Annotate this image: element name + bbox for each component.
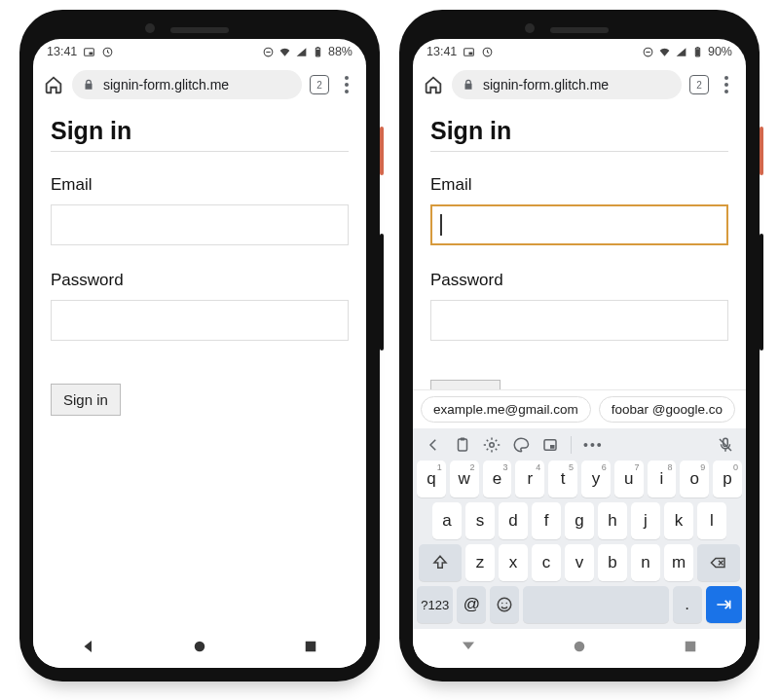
docked-icon[interactable] bbox=[541, 436, 559, 454]
home-icon[interactable] bbox=[423, 74, 444, 95]
key-v[interactable]: v bbox=[565, 544, 594, 581]
backspace-key[interactable] bbox=[697, 544, 740, 581]
key-e[interactable]: e3 bbox=[483, 461, 512, 497]
password-label: Password bbox=[51, 271, 349, 290]
url-bar[interactable]: signin-form.glitch.me bbox=[72, 70, 302, 99]
url-bar[interactable]: signin-form.glitch.me bbox=[452, 70, 682, 99]
status-time: 13:41 bbox=[47, 45, 77, 58]
key-m[interactable]: m bbox=[664, 544, 693, 581]
key-o[interactable]: o9 bbox=[680, 461, 709, 497]
dnd-icon bbox=[642, 46, 654, 58]
home-nav-icon[interactable] bbox=[191, 638, 208, 659]
key-x[interactable]: x bbox=[499, 544, 528, 581]
dnd-icon bbox=[262, 46, 275, 58]
clipboard-icon[interactable] bbox=[454, 436, 471, 454]
front-camera bbox=[145, 23, 155, 33]
home-icon[interactable] bbox=[43, 74, 64, 95]
menu-icon[interactable] bbox=[717, 76, 736, 93]
suggestion-chip[interactable]: example.me@gmail.com bbox=[421, 396, 591, 423]
status-bar: 13:41 88% bbox=[33, 39, 366, 64]
key-a[interactable]: a bbox=[432, 502, 462, 539]
key-n[interactable]: n bbox=[631, 544, 660, 581]
signal-icon bbox=[295, 46, 308, 58]
key-s[interactable]: s bbox=[465, 502, 495, 539]
home-nav-icon[interactable] bbox=[571, 638, 588, 659]
keyboard-overlay: example.me@gmail.com foobar @google.co •… bbox=[413, 389, 746, 629]
enter-key[interactable] bbox=[706, 586, 742, 623]
submit-button[interactable]: Sign in bbox=[51, 384, 121, 416]
status-bar: 13:41 90% bbox=[413, 39, 746, 64]
menu-icon[interactable] bbox=[337, 76, 356, 93]
key-h[interactable]: h bbox=[598, 502, 627, 539]
autofill-suggestions: example.me@gmail.com foobar @google.co bbox=[413, 389, 746, 428]
space-key[interactable] bbox=[523, 586, 668, 623]
url-text: signin-form.glitch.me bbox=[103, 77, 229, 92]
key-d[interactable]: d bbox=[499, 502, 528, 539]
back-icon[interactable] bbox=[460, 638, 477, 659]
keyboard-toolbar: ••• bbox=[417, 432, 742, 456]
battery-text: 90% bbox=[708, 45, 732, 58]
emoji-key[interactable] bbox=[490, 586, 519, 623]
keyboard-row-3: zxcvbnm bbox=[417, 544, 742, 581]
key-p[interactable]: p0 bbox=[713, 461, 742, 497]
tab-switcher[interactable]: 2 bbox=[310, 75, 329, 94]
battery-icon bbox=[691, 46, 704, 58]
key-r[interactable]: r4 bbox=[515, 461, 544, 497]
key-q[interactable]: q1 bbox=[417, 461, 446, 497]
svg-rect-17 bbox=[696, 47, 698, 48]
shift-key[interactable] bbox=[419, 544, 462, 581]
email-input[interactable] bbox=[430, 204, 728, 245]
key-w[interactable]: w2 bbox=[450, 461, 479, 497]
more-icon[interactable]: ••• bbox=[583, 437, 604, 453]
volume-button bbox=[380, 234, 384, 350]
android-navbar bbox=[33, 629, 366, 668]
lock-icon bbox=[462, 78, 475, 92]
power-button bbox=[380, 127, 384, 175]
suggestion-chip[interactable]: foobar @google.co bbox=[599, 396, 735, 423]
svg-rect-4 bbox=[266, 51, 270, 52]
password-input[interactable] bbox=[51, 300, 349, 341]
pip-icon bbox=[83, 46, 95, 58]
palette-icon[interactable] bbox=[512, 436, 530, 454]
keyboard-row-4: ?123 @ . bbox=[417, 586, 742, 623]
signal-icon bbox=[675, 46, 687, 58]
key-c[interactable]: c bbox=[532, 544, 561, 581]
period-key[interactable]: . bbox=[673, 586, 702, 623]
svg-point-27 bbox=[575, 642, 585, 652]
key-u[interactable]: u7 bbox=[614, 461, 644, 497]
key-k[interactable]: k bbox=[664, 502, 693, 539]
page-title: Sign in bbox=[430, 117, 728, 145]
key-i[interactable]: i8 bbox=[648, 461, 677, 497]
chevron-left-icon[interactable] bbox=[425, 436, 442, 454]
email-input[interactable] bbox=[51, 204, 349, 245]
back-icon[interactable] bbox=[80, 638, 97, 659]
at-key[interactable]: @ bbox=[457, 586, 486, 623]
divider bbox=[430, 151, 728, 152]
android-navbar bbox=[413, 629, 746, 668]
svg-point-26 bbox=[506, 603, 508, 605]
svg-point-20 bbox=[490, 443, 495, 448]
keyboard-row-1: q1w2e3r4t5y6u7i8o9p0 bbox=[417, 461, 742, 497]
password-input[interactable] bbox=[430, 300, 728, 341]
key-f[interactable]: f bbox=[532, 502, 561, 539]
tab-switcher[interactable]: 2 bbox=[689, 75, 709, 94]
symbols-key[interactable]: ?123 bbox=[417, 586, 453, 623]
gear-icon[interactable] bbox=[483, 436, 501, 454]
mic-off-icon[interactable] bbox=[717, 436, 734, 454]
recents-icon[interactable] bbox=[302, 638, 319, 659]
key-z[interactable]: z bbox=[465, 544, 495, 581]
recents-icon[interactable] bbox=[682, 638, 699, 659]
front-camera bbox=[525, 23, 535, 33]
key-l[interactable]: l bbox=[697, 502, 726, 539]
speaker bbox=[170, 27, 229, 33]
password-label: Password bbox=[430, 271, 728, 290]
divider bbox=[51, 151, 349, 152]
key-j[interactable]: j bbox=[631, 502, 660, 539]
key-y[interactable]: y6 bbox=[581, 461, 611, 497]
key-b[interactable]: b bbox=[598, 544, 627, 581]
key-t[interactable]: t5 bbox=[548, 461, 577, 497]
clock-icon bbox=[481, 46, 494, 58]
svg-point-24 bbox=[499, 598, 512, 611]
pip-icon bbox=[463, 46, 475, 58]
key-g[interactable]: g bbox=[565, 502, 594, 539]
